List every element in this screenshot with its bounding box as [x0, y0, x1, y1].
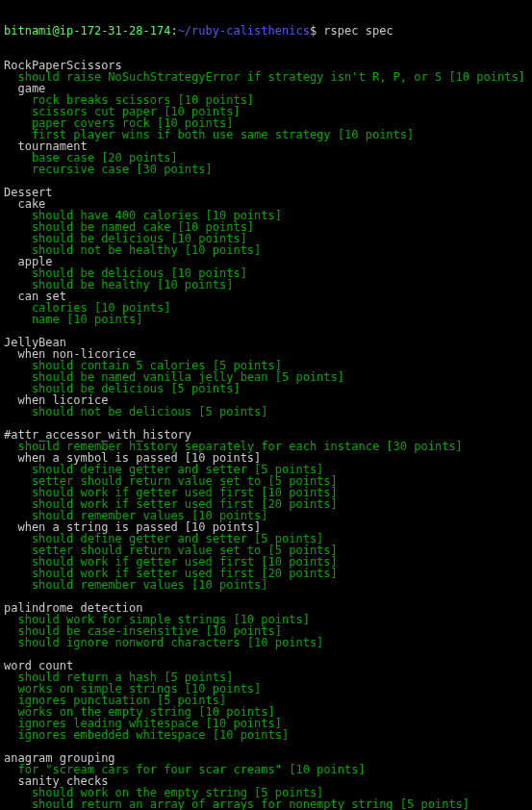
output-line: Dessert: [4, 187, 528, 198]
output-line: should not be healthy [10 points]: [4, 244, 528, 256]
output-line: should raise NoSuchStrategyError if stra…: [4, 71, 528, 83]
output-line: [4, 648, 528, 660]
output-line: ignores embedded whitespace [10 points]: [4, 729, 528, 741]
output-line: should be healthy [10 points]: [4, 279, 528, 291]
prompt-sep1: :: [170, 24, 177, 38]
output-line: [4, 325, 528, 337]
output-line: should not be delicious [5 points]: [4, 406, 528, 418]
command-text: rspec spec: [323, 24, 393, 38]
output-line: should remember values [10 points]: [4, 579, 528, 591]
output-line: [4, 175, 528, 187]
prompt-user-host: bitnami@ip-172-31-28-174: [4, 24, 170, 38]
output-line: recursive case [30 points]: [4, 164, 528, 175]
prompt-sep2: $: [310, 24, 323, 38]
prompt-line: bitnami@ip-172-31-28-174:~/ruby-calisthe…: [4, 25, 528, 37]
output-line: should ignore nonword characters [10 poi…: [4, 637, 528, 648]
output-lines: RockPaperScissors should raise NoSuchStr…: [4, 60, 528, 810]
terminal-output[interactable]: bitnami@ip-172-31-28-174:~/ruby-calisthe…: [0, 0, 532, 810]
prompt-path: ~/ruby-calisthenics: [178, 24, 310, 38]
output-line: name [10 points]: [4, 314, 528, 325]
output-line: should return an array of arrays for non…: [4, 798, 528, 810]
